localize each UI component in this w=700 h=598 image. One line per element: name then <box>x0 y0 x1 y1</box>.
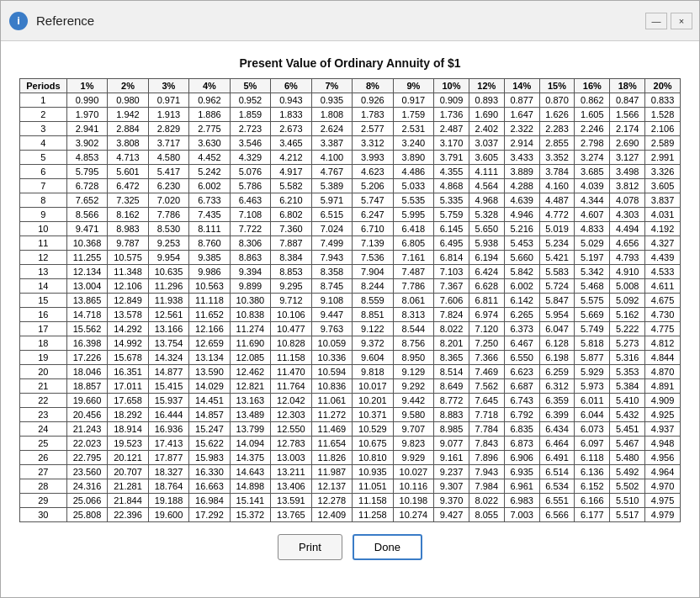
cell-r12-c15: 4.910 <box>610 265 645 279</box>
cell-r22-c14: 6.044 <box>575 408 610 422</box>
cell-r17-c11: 7.250 <box>469 336 504 351</box>
cell-r6-c7: 5.389 <box>311 179 352 193</box>
cell-r23-c3: 16.936 <box>148 422 188 437</box>
cell-r24-c15: 5.467 <box>610 437 645 451</box>
cell-r8-c1: 8.566 <box>66 208 107 222</box>
cell-r14-c5: 10.380 <box>230 294 270 308</box>
cell-r0-c8: 0.926 <box>353 93 393 108</box>
cell-r2-c7: 2.624 <box>311 122 352 136</box>
cell-r18-c15: 5.316 <box>610 351 645 365</box>
cell-r20-c5: 12.821 <box>230 379 270 394</box>
cell-r14-c4: 11.118 <box>189 294 230 308</box>
cell-r22-c9: 9.580 <box>393 408 433 422</box>
cell-r20-c12: 6.687 <box>504 379 539 394</box>
cell-r8-c7: 6.515 <box>311 208 352 222</box>
cell-r7-c9: 5.535 <box>393 193 433 208</box>
cell-r16-c10: 8.022 <box>434 322 469 336</box>
cell-r5-c12: 3.889 <box>504 165 539 179</box>
cell-r21-c11: 7.645 <box>469 394 504 408</box>
done-button[interactable]: Done <box>353 534 422 560</box>
cell-r21-c15: 5.410 <box>610 394 645 408</box>
cell-r28-c6: 13.591 <box>271 494 311 508</box>
cell-r27-c2: 21.281 <box>108 479 148 494</box>
cell-r26-c6: 13.211 <box>271 465 311 479</box>
cell-r5-c13: 3.784 <box>539 165 575 179</box>
cell-r9-c6: 7.360 <box>271 222 311 236</box>
cell-r26-c4: 16.330 <box>189 465 230 479</box>
cell-r10-c6: 7.887 <box>271 236 311 251</box>
cell-r8-c14: 4.607 <box>575 208 610 222</box>
cell-r23-c2: 18.914 <box>108 422 148 437</box>
cell-r9-c14: 4.833 <box>575 222 610 236</box>
cell-r13-c7: 8.745 <box>311 279 352 294</box>
cell-r9-c8: 6.710 <box>353 222 393 236</box>
minimize-button[interactable]: — <box>645 13 667 29</box>
table-row: 87.6527.3257.0206.7336.4636.2105.9715.74… <box>20 193 681 208</box>
table-row: 2723.56020.70718.32716.33014.64313.21111… <box>20 465 681 479</box>
cell-r20-c13: 6.312 <box>539 379 575 394</box>
cell-r18-c13: 6.198 <box>539 351 575 365</box>
cell-r11-c13: 5.421 <box>539 251 575 265</box>
cell-r26-c10: 9.237 <box>434 465 469 479</box>
table-row: 2824.31621.28118.76416.66314.89813.40612… <box>20 479 681 494</box>
cell-r22-c7: 11.272 <box>311 408 352 422</box>
cell-r5-c9: 4.486 <box>393 165 433 179</box>
cell-r6-c16: 3.605 <box>645 179 681 193</box>
cell-r8-c12: 4.946 <box>504 208 539 222</box>
close-button[interactable]: × <box>671 13 692 29</box>
cell-r27-c5: 14.898 <box>230 479 270 494</box>
cell-r25-c11: 7.896 <box>469 451 504 465</box>
cell-r16-c5: 11.274 <box>230 322 270 336</box>
cell-r27-c0: 28 <box>20 479 67 494</box>
cell-r13-c6: 9.295 <box>271 279 311 294</box>
cell-r2-c4: 2.775 <box>189 122 230 136</box>
cell-r14-c8: 8.559 <box>353 294 393 308</box>
cell-r22-c12: 6.792 <box>504 408 539 422</box>
table-row: 1312.13411.34810.6359.9869.3948.8538.358… <box>20 265 681 279</box>
cell-r2-c14: 2.246 <box>575 122 610 136</box>
cell-r5-c14: 3.685 <box>575 165 610 179</box>
cell-r28-c0: 29 <box>20 494 67 508</box>
cell-r3-c9: 3.240 <box>393 136 433 151</box>
cell-r22-c10: 8.883 <box>434 408 469 422</box>
cell-r23-c16: 4.937 <box>645 422 681 437</box>
cell-r5-c0: 6 <box>20 165 67 179</box>
cell-r17-c8: 9.372 <box>353 336 393 351</box>
cell-r26-c16: 4.964 <box>645 465 681 479</box>
cell-r16-c13: 6.047 <box>539 322 575 336</box>
cell-r12-c16: 4.533 <box>645 265 681 279</box>
cell-r7-c8: 5.747 <box>353 193 393 208</box>
cell-r10-c7: 7.499 <box>311 236 352 251</box>
cell-r11-c14: 5.197 <box>575 251 610 265</box>
cell-r6-c11: 4.564 <box>469 179 504 193</box>
print-button[interactable]: Print <box>278 534 342 560</box>
cell-r2-c13: 2.283 <box>539 122 575 136</box>
cell-r21-c14: 6.011 <box>575 394 610 408</box>
cell-r10-c12: 5.453 <box>504 236 539 251</box>
cell-r7-c1: 7.652 <box>66 193 107 208</box>
cell-r0-c1: 0.990 <box>66 93 107 108</box>
cell-r19-c6: 11.470 <box>271 365 311 379</box>
cell-r14-c7: 9.108 <box>311 294 352 308</box>
cell-r20-c4: 14.029 <box>189 379 230 394</box>
cell-r17-c6: 10.828 <box>271 336 311 351</box>
cell-r10-c0: 11 <box>20 236 67 251</box>
cell-r0-c12: 0.877 <box>504 93 539 108</box>
cell-r6-c13: 4.160 <box>539 179 575 193</box>
cell-r21-c6: 12.042 <box>271 394 311 408</box>
cell-r3-c12: 2.914 <box>504 136 539 151</box>
table-row: 2925.06621.84419.18816.98415.14113.59112… <box>20 494 681 508</box>
cell-r17-c3: 13.754 <box>148 336 188 351</box>
cell-r12-c2: 11.348 <box>108 265 148 279</box>
cell-r18-c12: 6.550 <box>504 351 539 365</box>
cell-r8-c2: 8.162 <box>108 208 148 222</box>
cell-r1-c15: 1.566 <box>610 108 645 122</box>
cell-r7-c4: 6.733 <box>189 193 230 208</box>
cell-r0-c3: 0.971 <box>148 93 188 108</box>
cell-r16-c16: 4.775 <box>645 322 681 336</box>
cell-r13-c12: 6.002 <box>504 279 539 294</box>
table-row: 1715.56214.29213.16612.16611.27410.4779.… <box>20 322 681 336</box>
cell-r5-c16: 3.326 <box>645 165 681 179</box>
table-row: 43.9023.8083.7173.6303.5463.4653.3873.31… <box>20 136 681 151</box>
cell-r12-c14: 5.342 <box>575 265 610 279</box>
